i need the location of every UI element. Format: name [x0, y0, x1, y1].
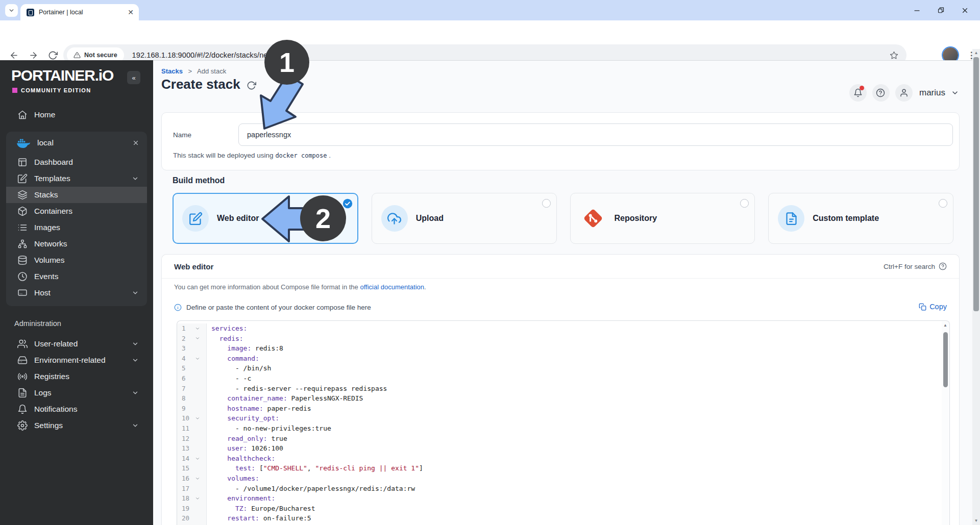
- code-line: 12 read_only: true: [177, 434, 949, 444]
- sidebar-item-settings[interactable]: Settings: [6, 417, 147, 434]
- fold-spacer: [192, 443, 203, 454]
- page-scrollbar[interactable]: ▲ ▼: [972, 49, 980, 525]
- web-editor-title: Web editor: [174, 262, 213, 271]
- sidebar-item-stacks[interactable]: Stacks: [6, 187, 147, 203]
- sidebar-item-label: Notifications: [34, 405, 77, 414]
- scroll-up-icon[interactable]: ▲: [972, 51, 980, 55]
- fold-toggle-icon[interactable]: [192, 493, 203, 504]
- sidebar-item-home[interactable]: Home: [6, 106, 147, 123]
- scroll-down-icon[interactable]: ▼: [972, 518, 980, 523]
- sidebar-item-environment-related[interactable]: Environment-related: [6, 352, 147, 368]
- sidebar-item-host[interactable]: Host: [6, 285, 147, 301]
- host-icon: [17, 288, 28, 298]
- bookmark-star-icon[interactable]: [890, 51, 898, 60]
- build-method-label: Custom template: [813, 214, 879, 223]
- code-text: command:: [207, 354, 259, 364]
- build-method-upload[interactable]: Upload: [372, 193, 557, 244]
- header-actions: marius: [849, 84, 959, 102]
- line-gutter: 11: [177, 423, 207, 434]
- official-documentation-link[interactable]: official documentation: [360, 283, 424, 291]
- refresh-icon[interactable]: [247, 81, 256, 90]
- breadcrumb-stacks-link[interactable]: Stacks: [161, 67, 183, 75]
- fold-toggle-icon[interactable]: [192, 334, 203, 344]
- line-number: 10: [177, 413, 192, 423]
- window-restore-button[interactable]: [929, 0, 953, 20]
- sidebar-item-images[interactable]: Images: [6, 219, 147, 236]
- stacks-icon: [17, 190, 28, 200]
- code-line: 14 healthcheck:: [177, 454, 949, 464]
- web-editor-header: Web editor Ctrl+F for search: [162, 255, 959, 279]
- fold-toggle-icon[interactable]: [192, 473, 203, 484]
- copy-button[interactable]: Copy: [919, 303, 947, 311]
- username[interactable]: marius: [919, 88, 945, 98]
- compose-code-editor[interactable]: 1services:2 redis:3 image: redis:84 comm…: [177, 320, 950, 525]
- build-method-label: Upload: [416, 214, 444, 223]
- portainer-logo[interactable]: PORTAINER.iO: [11, 67, 113, 84]
- chevron-down-icon: [132, 422, 139, 429]
- sidebar-item-user-related[interactable]: User-related: [6, 336, 147, 352]
- editor-scrollbar[interactable]: ▲: [942, 321, 949, 525]
- tab-close-icon[interactable]: ✕: [128, 9, 134, 16]
- sidebar-item-dashboard[interactable]: Dashboard: [6, 154, 147, 170]
- sidebar-item-label: Images: [34, 223, 60, 232]
- fold-toggle-icon[interactable]: [192, 413, 203, 423]
- sidebar-item-label: Logs: [34, 388, 52, 397]
- chevron-down-icon: [132, 289, 139, 296]
- fold-toggle-icon[interactable]: [192, 354, 203, 364]
- method-radio-unchecked[interactable]: [740, 199, 749, 208]
- line-number: 18: [177, 493, 192, 504]
- line-number: 1: [177, 323, 192, 334]
- build-method-web-editor[interactable]: Web editor: [173, 193, 358, 244]
- sidebar-item-volumes[interactable]: Volumes: [6, 252, 147, 268]
- line-gutter: 14: [177, 454, 207, 464]
- settings-icon: [17, 420, 28, 431]
- images-icon: [17, 222, 28, 233]
- window-controls: [905, 0, 977, 20]
- line-gutter: 20: [177, 513, 207, 523]
- code-line: 10 security_opt:: [177, 413, 949, 423]
- editor-scroll-up-icon[interactable]: ▲: [942, 323, 949, 328]
- help-circle-icon[interactable]: [939, 262, 947, 270]
- tab-search-button[interactable]: [5, 4, 18, 17]
- notifications-bell-button[interactable]: [849, 84, 867, 102]
- build-method-custom-template[interactable]: Custom template: [768, 193, 953, 244]
- environment-close-icon[interactable]: [133, 140, 139, 146]
- user-chevron-down-icon[interactable]: [951, 89, 959, 97]
- screen: Portainer | local ✕ Not secure 192.168.1…: [0, 0, 980, 525]
- sidebar-item-label: Events: [34, 272, 58, 281]
- window-close-button[interactable]: [953, 0, 977, 20]
- tab-title: Portainer | local: [39, 9, 123, 16]
- code-text: test: ["CMD-SHELL", "redis-cli ping || e…: [207, 463, 423, 473]
- sidebar-item-label: Environment-related: [34, 356, 106, 365]
- method-radio-unchecked[interactable]: [939, 199, 947, 208]
- user-menu-avatar[interactable]: [895, 84, 913, 102]
- editor-instruction: Define or paste the content of your dock…: [174, 304, 371, 311]
- line-number: 19: [177, 504, 192, 514]
- environment-section: local DashboardTemplatesStacksContainers…: [6, 132, 147, 306]
- method-radio-unchecked[interactable]: [542, 199, 551, 208]
- help-button[interactable]: [872, 84, 890, 102]
- sidebar-item-label: Containers: [34, 207, 72, 216]
- editor-scrollbar-thumb[interactable]: [943, 332, 948, 387]
- code-line: 6 - -c: [177, 373, 949, 384]
- build-method-repository[interactable]: Repository: [570, 193, 755, 244]
- page-scrollbar-thumb[interactable]: [973, 57, 979, 311]
- sidebar-item-events[interactable]: Events: [6, 268, 147, 285]
- window-minimize-button[interactable]: [905, 0, 929, 20]
- code-text: volumes:: [207, 473, 259, 484]
- environment-header[interactable]: local: [6, 132, 147, 154]
- sidebar-item-containers[interactable]: Containers: [6, 203, 147, 219]
- code-line: 2 redis:: [177, 334, 949, 344]
- line-gutter: 4: [177, 354, 207, 364]
- line-number: 12: [177, 434, 192, 444]
- sidebar-item-notifications[interactable]: Notifications: [6, 401, 147, 417]
- fold-toggle-icon[interactable]: [192, 323, 203, 334]
- sidebar-collapse-button[interactable]: «: [127, 71, 140, 84]
- sidebar-item-templates[interactable]: Templates: [6, 170, 147, 187]
- fold-toggle-icon[interactable]: [192, 454, 203, 464]
- sidebar-item-networks[interactable]: Networks: [6, 236, 147, 252]
- stack-name-input[interactable]: [238, 123, 953, 146]
- sidebar-item-logs[interactable]: Logs: [6, 385, 147, 401]
- browser-tab[interactable]: Portainer | local ✕: [20, 4, 139, 20]
- sidebar-item-registries[interactable]: Registries: [6, 368, 147, 385]
